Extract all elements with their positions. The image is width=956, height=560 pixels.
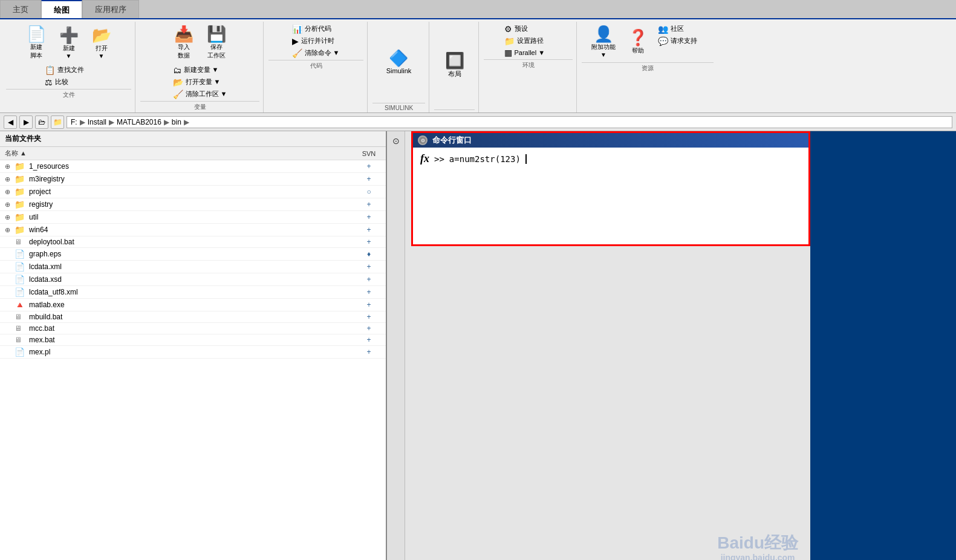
file-name: mex.bat: [29, 336, 357, 344]
forward-button[interactable]: ▶: [19, 116, 33, 129]
folder-icon: 📁: [15, 200, 27, 209]
svn-icon: +: [357, 275, 381, 284]
expand-icon: ·: [5, 301, 15, 308]
path-sep-4: ▶: [184, 118, 189, 126]
file-list-header: 名称 ▲ SVN: [0, 147, 386, 160]
file-item[interactable]: ⊕ 📁 win64 +: [0, 224, 386, 236]
layout-label: 布局: [448, 70, 461, 79]
file-item[interactable]: · 📄 graph.eps ♦: [0, 248, 386, 261]
file-item[interactable]: · 🖥 mbuild.bat +: [0, 311, 386, 323]
env-sub-buttons: ⚙ 预设 📁 设置路径 ▦ Parallel ▼: [501, 23, 556, 58]
simulink-icon: 🔷: [389, 50, 408, 66]
expand-icon[interactable]: ⊕: [5, 188, 15, 196]
cmd-body[interactable]: fx >> a=num2str(123): [413, 148, 808, 244]
side-icon-1[interactable]: ⊙: [389, 134, 403, 148]
save-workspace-button[interactable]: 💾 保存工作区: [201, 23, 232, 63]
tab-plot[interactable]: 绘图: [41, 0, 82, 18]
expand-icon: ·: [5, 336, 15, 343]
expand-icon[interactable]: ⊕: [5, 201, 15, 209]
path-matlab: MATLAB2016: [117, 118, 161, 126]
file-item[interactable]: ⊕ 📁 m3iregistry +: [0, 173, 386, 186]
file-item[interactable]: · 🔺 matlab.exe +: [0, 299, 386, 311]
file-item[interactable]: · 🖥 mex.bat +: [0, 334, 386, 346]
address-path[interactable]: F: ▶ Install ▶ MATLAB2016 ▶ bin ▶: [67, 116, 952, 128]
file-item[interactable]: · 🖥 deploytool.bat +: [0, 236, 386, 248]
file-name: lcdata.xml: [29, 262, 357, 271]
expand-icon[interactable]: ⊕: [5, 175, 15, 183]
expand-icon[interactable]: ⊕: [5, 163, 15, 171]
community-label: 社区: [671, 24, 684, 33]
new-script-button[interactable]: 📄 新建脚本: [21, 23, 52, 63]
cmd-title-bar: ⊙ 命令行窗口: [413, 133, 808, 148]
file-item[interactable]: · 📄 mex.pl +: [0, 346, 386, 359]
tab-home[interactable]: 主页: [0, 0, 41, 18]
open-variable-button[interactable]: 📂 打开变量 ▼: [170, 76, 230, 88]
clear-command-button[interactable]: 🧹 清除命令 ▼: [289, 47, 343, 59]
compare-button[interactable]: ⚖ 比较: [42, 76, 96, 88]
file-sub-buttons: 📋 查找文件 ⚖ 比较: [42, 64, 96, 88]
ribbon-group-layout: 🔲 布局: [431, 22, 479, 112]
open-button[interactable]: 📂 打开▼: [86, 23, 117, 63]
file-item[interactable]: · 📄 lcdata.xml +: [0, 261, 386, 273]
file-name: lcdata.xsd: [29, 275, 357, 284]
preferences-button[interactable]: ⚙ 预设: [501, 23, 556, 34]
import-button[interactable]: 📥 导入数据: [168, 23, 200, 63]
file-item[interactable]: ⊕ 📁 project ○: [0, 186, 386, 198]
addons-button[interactable]: 👤 附加功能▼: [586, 23, 621, 61]
svn-icon: +: [357, 226, 381, 234]
cmd-title-icon: ⊙: [418, 135, 428, 145]
community-button[interactable]: 👥 社区: [655, 23, 709, 34]
import-icon: 📥: [174, 26, 193, 42]
file-item[interactable]: ⊕ 📁 1_resources +: [0, 160, 386, 173]
expand-icon[interactable]: ⊕: [5, 226, 15, 234]
new-button[interactable]: ➕ 新建▼: [53, 23, 85, 63]
command-window: ⊙ 命令行窗口 fx >> a=num2str(123): [411, 131, 810, 246]
analyze-code-button[interactable]: 📊 分析代码: [289, 23, 343, 34]
file-item[interactable]: · 📄 lcdata_utf8.xml +: [0, 286, 386, 299]
watermark: Baidu经验 jingyan.baidu.com: [717, 533, 798, 560]
new-icon: ➕: [59, 27, 79, 43]
file-name: project: [29, 187, 357, 196]
file-name: mbuild.bat: [29, 313, 357, 321]
side-icons: ⊙: [387, 131, 405, 560]
svn-icon: +: [357, 213, 381, 221]
browse-button[interactable]: 📁: [51, 116, 64, 129]
path-sep-2: ▶: [109, 118, 114, 126]
clear-workspace-icon: 🧹: [173, 90, 183, 99]
back-button[interactable]: ◀: [4, 116, 17, 129]
clear-workspace-button[interactable]: 🧹 清除工作区 ▼: [170, 88, 230, 100]
watermark-line2: jingyan.baidu.com: [717, 553, 798, 560]
cmd-fx-icon: fx: [420, 152, 429, 165]
svn-icon: +: [357, 162, 381, 171]
cmd-input[interactable]: a=num2str(123): [449, 154, 521, 164]
variable-sub-buttons: 🗂 新建变量 ▼ 📂 打开变量 ▼ 🧹 清除工作区 ▼: [170, 64, 230, 100]
find-files-button[interactable]: 📋 查找文件: [42, 64, 96, 76]
parallel-button[interactable]: ▦ Parallel ▼: [501, 47, 556, 58]
code-sub-buttons: 📊 分析代码 ▶ 运行并计时 🧹 清除命令 ▼: [289, 23, 343, 59]
svn-icon: +: [357, 175, 381, 183]
folder-icon: 📁: [15, 161, 27, 171]
compare-icon: ⚖: [45, 78, 53, 86]
expand-icon[interactable]: ⊕: [5, 213, 15, 221]
tab-apps[interactable]: 应用程序: [82, 0, 139, 18]
file-item[interactable]: ⊕ 📁 registry +: [0, 198, 386, 211]
expand-icon: ·: [5, 263, 15, 270]
file-item[interactable]: · 📄 lcdata.xsd +: [0, 273, 386, 286]
far-right-panel: [810, 131, 956, 560]
file-item[interactable]: ⊕ 📁 util +: [0, 211, 386, 224]
run-time-button[interactable]: ▶ 运行并计时: [289, 35, 343, 47]
layout-button[interactable]: 🔲 布局: [439, 50, 470, 82]
request-support-button[interactable]: 💬 请求支持: [655, 35, 709, 47]
simulink-button[interactable]: 🔷 Simulink: [381, 47, 417, 77]
file-item[interactable]: · 🖥 mcc.bat +: [0, 323, 386, 334]
file-name: graph.eps: [29, 250, 357, 258]
set-path-button[interactable]: 📁 设置路径: [501, 35, 556, 47]
help-button[interactable]: ❓ 帮助: [622, 23, 654, 61]
svn-icon: +: [357, 288, 381, 296]
resource-group-label: 资源: [582, 62, 714, 73]
up-button[interactable]: 🗁: [35, 116, 48, 129]
new-variable-button[interactable]: 🗂 新建变量 ▼: [170, 64, 230, 76]
new-script-label: 新建脚本: [30, 43, 42, 60]
preferences-label: 预设: [515, 24, 528, 33]
import-label: 导入数据: [178, 43, 190, 60]
